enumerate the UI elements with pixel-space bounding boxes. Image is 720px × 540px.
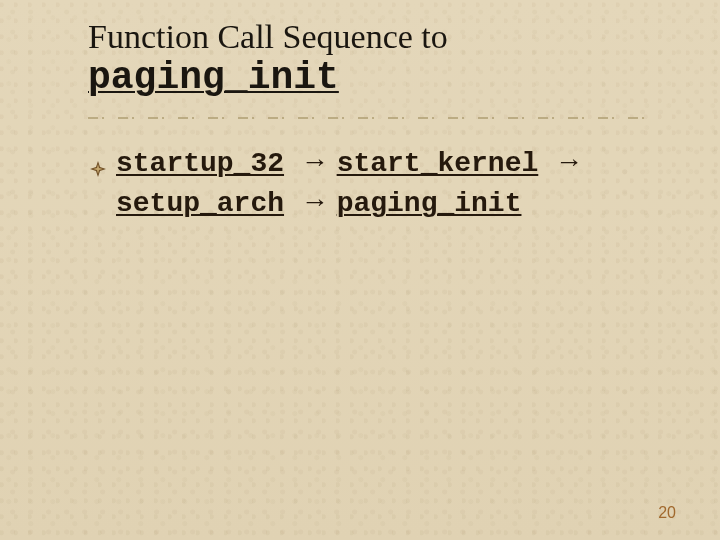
title-divider (88, 117, 648, 119)
svg-marker-1 (93, 164, 103, 174)
arrow-sep (329, 146, 337, 177)
bullet-icon (90, 151, 106, 167)
slide-title: Function Call Sequence to paging_init (0, 0, 668, 99)
fn-start-kernel: start_kernel (337, 148, 539, 179)
title-line-1: Function Call Sequence to (88, 18, 668, 55)
fn-paging-init: paging_init (337, 188, 522, 219)
fn-setup-arch: setup_arch (116, 188, 284, 219)
arrow-sep (329, 186, 337, 217)
page-number: 20 (658, 504, 676, 522)
arrow-icon: → (301, 146, 329, 177)
slide: Function Call Sequence to paging_init st… (0, 0, 720, 540)
arrow-icon: → (301, 186, 329, 217)
slide-body: startup_32 → start_kernel → setup_arch →… (88, 143, 648, 223)
bullet-item: startup_32 → start_kernel → setup_arch →… (88, 143, 648, 223)
arrow-icon: → (555, 146, 583, 177)
fn-startup-32: startup_32 (116, 148, 284, 179)
title-line-2: paging_init (88, 57, 668, 99)
